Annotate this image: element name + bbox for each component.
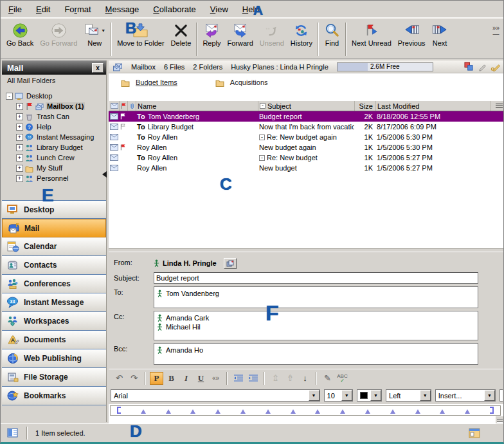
chevron-down-icon[interactable]: ▼ xyxy=(309,390,320,401)
insert-select[interactable]: Insert...▼ xyxy=(435,389,496,402)
left-margin-marker[interactable] xyxy=(117,407,121,414)
menu-edit[interactable]: Edit xyxy=(36,5,50,14)
sidebar-item-desktop[interactable]: Desktop xyxy=(2,200,106,219)
redo-button[interactable]: ↷ xyxy=(127,372,141,385)
forward-button[interactable]: Forward xyxy=(224,21,256,47)
flag-column-icon[interactable] xyxy=(120,101,128,111)
message-row[interactable]: ToLibrary Budget Now that I'm back from … xyxy=(109,122,504,132)
edit-pencil-icon[interactable] xyxy=(478,62,487,71)
bcc-recipients-box[interactable]: Amanda Ho xyxy=(154,343,478,365)
message-row[interactable]: ToRoy Allen -Re: New budget again 1K 1/5… xyxy=(109,132,504,142)
expand-expander-icon[interactable]: + xyxy=(16,165,23,172)
tree-item-desktop[interactable]: - Desktop xyxy=(6,91,106,101)
list-options-icon[interactable] xyxy=(491,101,504,111)
toolbar-overflow-chevron[interactable]: »»— xyxy=(492,21,502,37)
format-select[interactable]: Format... xyxy=(500,389,503,402)
chevron-down-icon[interactable]: ▼ xyxy=(484,390,495,401)
column-last-modified[interactable]: Last Modified xyxy=(376,101,491,111)
font-size-select[interactable]: 10▼ xyxy=(324,389,353,402)
indent-button[interactable] xyxy=(246,372,260,385)
tree-item-instant-messaging[interactable]: + 33 Instant Messaging xyxy=(6,132,106,142)
font-color-select[interactable]: ▼ xyxy=(357,389,382,402)
menu-message[interactable]: Message xyxy=(105,5,140,14)
sidebar-item-conferences[interactable]: Conferences xyxy=(2,275,106,293)
column-subject[interactable]: -Subject xyxy=(258,101,355,111)
menu-collaborate[interactable]: Collaborate xyxy=(153,5,196,14)
thread-collapse-icon[interactable]: - xyxy=(259,155,265,161)
all-mail-folders-label[interactable]: All Mail Folders xyxy=(2,75,106,86)
column-size[interactable]: Size xyxy=(355,101,376,111)
previous-button[interactable]: Previous xyxy=(395,21,429,47)
history-button[interactable]: History xyxy=(287,21,316,47)
signature-button[interactable]: ✎ xyxy=(321,372,334,385)
menu-format[interactable]: Format xyxy=(64,5,91,14)
sidebar-item-mail[interactable]: Mail xyxy=(2,219,106,237)
go-back-button[interactable]: Go Back xyxy=(3,21,37,47)
sidebar-item-file-storage[interactable]: File Storage xyxy=(2,368,106,387)
sidebar-item-documents[interactable]: A Documents xyxy=(2,331,106,349)
column-name[interactable]: Name xyxy=(136,101,258,111)
item-type-column-icon[interactable] xyxy=(109,101,120,111)
expand-expander-icon[interactable]: + xyxy=(16,175,23,182)
expand-expander-icon[interactable]: + xyxy=(16,134,23,141)
outdent-button[interactable] xyxy=(231,372,245,385)
new-dropdown-arrow[interactable]: ▼ xyxy=(101,28,105,33)
special-characters-button[interactable]: «» xyxy=(209,372,222,385)
layout-panel-icon[interactable] xyxy=(7,428,19,438)
sidebar-item-contacts[interactable]: Contacts xyxy=(2,256,106,275)
move-to-folder-button[interactable]: Move to Folder xyxy=(114,21,167,47)
panel-collapse-arrow[interactable] xyxy=(102,171,107,178)
collapse-all-icon[interactable]: - xyxy=(260,103,266,109)
right-margin-marker[interactable] xyxy=(490,407,494,414)
expand-expander-icon[interactable]: + xyxy=(16,144,23,151)
next-button[interactable]: Next xyxy=(429,21,451,47)
message-row[interactable]: ToRoy Allen -Re: New budget 1K 1/5/2006 … xyxy=(109,153,504,163)
tree-item-mailbox[interactable]: + Mailbox (1) xyxy=(6,101,106,111)
address-selector-button[interactable] xyxy=(224,258,237,269)
italic-button[interactable]: I xyxy=(179,372,193,385)
sidebar-item-instant-message[interactable]: 33 Instant Message xyxy=(2,293,106,312)
tab-budget-items[interactable]: Budget Items xyxy=(120,78,177,87)
underline-button[interactable]: U xyxy=(194,372,208,385)
paragraph-button[interactable]: P xyxy=(150,372,163,385)
message-row[interactable]: Roy Allen New budget again 1K 1/5/2006 5… xyxy=(109,142,504,153)
cc-recipients-box[interactable]: Amanda Cark Michael Hil xyxy=(154,311,478,340)
tree-item-library-budget[interactable]: + Library Budget xyxy=(6,142,106,153)
tree-item-help[interactable]: + ? Help xyxy=(6,122,106,132)
collapse-expander-icon[interactable]: - xyxy=(6,93,13,100)
signature-pencil-icon[interactable] xyxy=(491,62,501,71)
chevron-down-icon[interactable]: ▼ xyxy=(341,390,352,401)
menu-view[interactable]: View xyxy=(210,5,228,14)
message-row[interactable]: Roy Allen New budget 1K 1/5/2006 5:27 PM xyxy=(109,163,504,173)
tree-item-personnel[interactable]: + Personnel xyxy=(6,173,106,183)
sidebar-item-workspaces[interactable]: Workspaces xyxy=(2,312,106,331)
switch-view-icon[interactable] xyxy=(464,62,474,71)
insert-arrow-button[interactable]: ↓ xyxy=(298,372,312,385)
chevron-down-icon[interactable]: ▼ xyxy=(370,390,381,401)
menu-file[interactable]: File xyxy=(8,5,22,14)
chevron-down-icon[interactable]: ▼ xyxy=(420,390,431,401)
expand-expander-icon[interactable]: + xyxy=(16,124,23,131)
tree-item-trash[interactable]: + Trash Can xyxy=(6,111,106,122)
font-family-select[interactable]: Arial▼ xyxy=(111,389,320,402)
spell-check-button[interactable]: ABC✓ xyxy=(336,372,349,385)
reply-button[interactable]: Reply xyxy=(199,21,224,47)
to-recipients-box[interactable]: Tom Vandenberg xyxy=(154,286,478,308)
expand-expander-icon[interactable]: + xyxy=(16,113,23,120)
expand-expander-icon[interactable]: + xyxy=(16,103,23,110)
tree-item-my-stuff[interactable]: + My Stuff xyxy=(6,163,106,173)
bold-button[interactable]: B xyxy=(165,372,178,385)
close-panel-button[interactable]: x xyxy=(92,63,104,73)
subject-input[interactable] xyxy=(154,272,478,284)
sidebar-item-bookmarks[interactable]: Bookmarks xyxy=(2,387,106,405)
message-body-area[interactable] xyxy=(109,416,504,423)
new-button[interactable]: ▼ New xyxy=(80,21,109,47)
tree-item-lunch-crew[interactable]: + Lunch Crew xyxy=(6,153,106,163)
expand-expander-icon[interactable]: + xyxy=(16,154,23,162)
find-button[interactable]: Find xyxy=(321,21,343,47)
message-row[interactable]: ToTom Vanderberg Budget report 2K 8/18/2… xyxy=(109,111,504,122)
tab-acquisitions[interactable]: Acquisitions xyxy=(215,78,268,87)
panel-toggle-icon[interactable] xyxy=(469,428,480,438)
undo-button[interactable]: ↶ xyxy=(113,372,126,385)
delete-button[interactable]: Delete xyxy=(168,21,195,47)
